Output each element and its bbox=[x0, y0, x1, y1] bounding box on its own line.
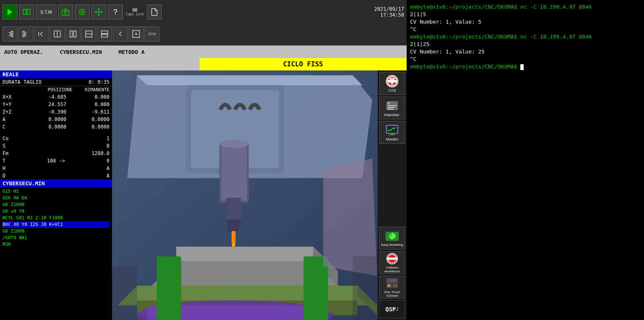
terminal-line: 2|1|25 bbox=[410, 41, 641, 48]
mode-label: AUTO OPERAZ. bbox=[4, 49, 43, 55]
collision-button[interactable]: Collision Avoidance bbox=[379, 251, 405, 274]
svg-rect-2 bbox=[27, 10, 30, 15]
svg-rect-56 bbox=[388, 109, 393, 109]
pos-header: POSIZIONE RIMANENTE bbox=[0, 86, 112, 93]
view-3d bbox=[112, 70, 378, 320]
terminal-panel: embyte@x1v6:~/projects/CNC/OKUMA$ nc -C … bbox=[407, 0, 644, 320]
impostaz-icon bbox=[385, 99, 400, 112]
move-button[interactable] bbox=[91, 5, 106, 19]
data-row: C 0.0000 0.0000 bbox=[0, 123, 112, 131]
durata-label: DURATA TAGLIO bbox=[2, 79, 41, 85]
svg-rect-27 bbox=[221, 146, 246, 201]
cas-button[interactable]: CAS bbox=[379, 72, 405, 95]
tb-btn-2[interactable] bbox=[18, 27, 33, 41]
tb-btn-6[interactable] bbox=[81, 27, 96, 41]
svg-rect-54 bbox=[388, 105, 397, 106]
onetouch-label: One-Touch S/Sheet bbox=[380, 290, 405, 298]
terminal-line: embyte@x1v6:~/projects/CNC/OKUMA$ bbox=[410, 63, 641, 70]
terminal-line: ^C bbox=[410, 56, 641, 63]
tb-btn-1[interactable] bbox=[2, 27, 17, 41]
h-row: H A bbox=[0, 165, 112, 172]
tb-btn-3[interactable] bbox=[34, 27, 49, 41]
reale-header: REALE bbox=[0, 70, 112, 78]
file-button[interactable] bbox=[147, 5, 162, 19]
easy-modeling-button[interactable]: Easy Modeling bbox=[379, 227, 405, 250]
svg-rect-10 bbox=[23, 31, 24, 36]
impostaz-label: Impostaz. bbox=[384, 113, 400, 117]
header-bar: AUTO OPERAZ. CYBERSECU.MIN METODO A bbox=[0, 46, 407, 58]
datetime-display: 2021/09/17 17:34:58 bbox=[374, 6, 404, 18]
rimanente-label: RIMANENTE bbox=[85, 87, 110, 92]
t-val2: 0 bbox=[107, 158, 110, 164]
terminal-lines: embyte@x1v6:~/projects/CNC/OKUMA$ nc -C … bbox=[410, 3, 641, 70]
cas-icon bbox=[385, 75, 400, 87]
step-button[interactable] bbox=[19, 5, 34, 19]
tb-btn-8[interactable] bbox=[113, 27, 128, 41]
svg-rect-44 bbox=[112, 266, 137, 320]
s-label: S bbox=[2, 143, 5, 149]
data-row: Z+Z -0.390 -9.611 bbox=[0, 108, 112, 116]
cycle-title: CICLO FISS bbox=[200, 58, 407, 70]
data-row: X+X -4.685 0.000 bbox=[0, 93, 112, 101]
d-row: D A bbox=[0, 172, 112, 179]
main-content: REALE DURATA TAGLIO 0: 0:35 POSIZIONE RI… bbox=[0, 70, 407, 320]
svg-rect-53 bbox=[388, 102, 390, 104]
prog-line: G15 H1 bbox=[2, 188, 110, 195]
durata-row: DURATA TAGLIO 0: 0:35 bbox=[0, 78, 112, 86]
d-value: A bbox=[107, 173, 110, 179]
prog-line: /GOTO NA1 bbox=[2, 235, 110, 241]
cas-label: CAS bbox=[388, 88, 396, 92]
run-button[interactable] bbox=[2, 5, 17, 19]
camera2-button[interactable] bbox=[75, 5, 90, 19]
help-button[interactable]: ? bbox=[108, 5, 123, 19]
program-listing: G15 H1 G56 HA DA G0 Z1000 G0 x0 Y0 NCYL … bbox=[0, 187, 112, 320]
svg-rect-18 bbox=[102, 31, 108, 34]
cnc-panel: S.T.M bbox=[0, 0, 407, 320]
tb-btn-7[interactable] bbox=[97, 27, 112, 41]
monitor-button[interactable]: Monitor bbox=[379, 121, 405, 144]
collision-label: Collision Avoidance bbox=[380, 266, 405, 273]
prog-line: G0 x0 Y0 bbox=[2, 208, 110, 215]
durata-value: 0: 0:35 bbox=[88, 79, 110, 85]
svg-point-6 bbox=[81, 11, 83, 13]
onetouch-button[interactable]: One-Touch S/Sheet bbox=[379, 276, 405, 298]
svg-rect-29 bbox=[226, 198, 241, 222]
h-label: H bbox=[2, 165, 5, 171]
prog-line: G0 Z1000 bbox=[2, 201, 110, 208]
svg-rect-71 bbox=[393, 284, 398, 288]
terminal-line: CV Number: 1, Value: 5 bbox=[410, 18, 641, 26]
svg-rect-69 bbox=[387, 279, 398, 283]
terminal-line: 2|1|5 bbox=[410, 11, 641, 18]
svg-marker-30 bbox=[226, 220, 241, 232]
data-rows-container: X+X -4.685 0.000 Y+Y 24.557 0.000 Z+Z -0… bbox=[0, 93, 112, 131]
impostaz-button[interactable]: Impostaz. bbox=[379, 97, 405, 119]
camera-button[interactable] bbox=[58, 5, 73, 19]
co-row: Co 1 bbox=[0, 135, 112, 142]
fm-label: Fm bbox=[2, 150, 8, 156]
posizione-label: POSIZIONE bbox=[48, 87, 73, 92]
data-row: Y+Y 24.557 0.000 bbox=[0, 101, 112, 108]
svg-point-4 bbox=[64, 12, 67, 15]
stm-button[interactable]: S.T.M bbox=[36, 5, 56, 19]
qsp-button[interactable]: QSP ♪ bbox=[379, 300, 405, 318]
terminal-line: embyte@x1v6:~/projects/CNC/OKUMA$ nc -C … bbox=[410, 33, 641, 41]
fm-value: 1280.0 bbox=[92, 150, 110, 156]
program-header: CYBERSECU.MIN bbox=[0, 179, 112, 187]
t-row: T 108 -> 0 bbox=[0, 157, 112, 165]
s-value: 0 bbox=[107, 143, 110, 149]
terminal-line: CV Number: 1, Value: 25 bbox=[410, 48, 641, 56]
prog-line: BHC X0 Y0 I25 J0 K=VC1 bbox=[2, 221, 110, 228]
t-arrow: 108 -> bbox=[47, 158, 65, 164]
d-label: D bbox=[2, 173, 5, 179]
tb-btn-4[interactable] bbox=[50, 27, 65, 41]
svg-rect-31 bbox=[232, 231, 235, 243]
svg-marker-0 bbox=[7, 9, 12, 15]
svg-rect-34 bbox=[176, 247, 314, 261]
svg-rect-55 bbox=[388, 107, 395, 108]
prog-line: M30 bbox=[2, 241, 110, 248]
tb-btn-9[interactable] bbox=[129, 27, 144, 41]
tb-btn-10[interactable]: STM bbox=[144, 27, 159, 41]
svg-point-28 bbox=[220, 140, 249, 148]
svg-rect-1 bbox=[23, 10, 27, 15]
tb-btn-5[interactable] bbox=[66, 27, 80, 41]
